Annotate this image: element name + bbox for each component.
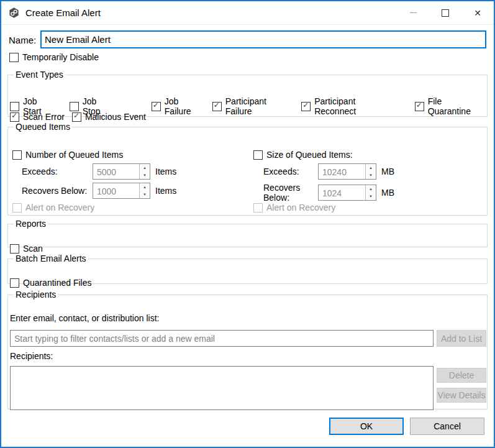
size-exceeds-label: Exceeds: [263, 167, 318, 176]
count-recovers-label: Recovers Below: [22, 186, 93, 196]
count-exceeds-unit: Items [155, 167, 176, 176]
spinner-buttons: ▲▼ [139, 183, 150, 198]
size-exceeds-unit: MB [381, 167, 394, 176]
queued-items-group: Queued Items Number of Queued Items Exce… [7, 122, 488, 216]
scan-error-checkbox[interactable]: Scan Error [10, 112, 65, 122]
count-recovers-unit: Items [155, 186, 176, 196]
checkbox-icon[interactable] [10, 102, 19, 111]
recipient-entry-label: Enter email, contact, or distribution li… [10, 313, 159, 323]
checkbox-icon [253, 203, 263, 213]
size-exceeds-spinner: 10240 ▲▼ [318, 163, 376, 180]
event-types-title: Event Types [14, 70, 65, 80]
batch-email-alerts-group: Batch Email Alerts Quarantined Files [7, 254, 488, 284]
maximize-icon [442, 9, 449, 17]
batch-email-alerts-title: Batch Email Alerts [14, 254, 88, 263]
app-icon [8, 7, 20, 19]
create-email-alert-dialog: Create Email Alert ✕ Name: Temporarily D… [0, 0, 495, 448]
title-bar: Create Email Alert ✕ [1, 1, 494, 25]
spinner-down-icon: ▼ [140, 191, 150, 198]
size-alert-on-recovery-checkbox: Alert on Recovery [253, 203, 335, 213]
reports-group: Reports Scan [7, 219, 488, 247]
number-of-queued-items-checkbox[interactable]: Number of Queued Items [12, 150, 123, 160]
checkbox-icon[interactable] [9, 53, 19, 62]
size-recovers-unit: MB [381, 188, 394, 198]
add-to-list-button: Add to List [437, 330, 486, 347]
close-icon: ✕ [474, 9, 481, 17]
recipients-title: Recipients [14, 290, 58, 299]
job-failure-checkbox[interactable]: Job Failure [152, 96, 207, 116]
temporarily-disable-checkbox[interactable]: Temporarily Disable [9, 52, 99, 62]
size-recovers-spinner: 1024 ▲▼ [318, 185, 376, 201]
participant-failure-checkbox[interactable]: Participant Failure [212, 96, 295, 116]
checkbox-icon[interactable] [152, 102, 161, 111]
file-quarantine-checkbox[interactable]: File Quarantine [415, 96, 487, 116]
recipients-listbox[interactable] [10, 366, 434, 410]
file-quarantine-label: File Quarantine [428, 96, 487, 116]
minimize-icon [410, 12, 417, 13]
quarantined-files-label: Quarantined Files [23, 278, 92, 288]
name-input[interactable] [40, 30, 486, 48]
window-controls: ✕ [397, 1, 494, 24]
participant-reconnect-checkbox[interactable]: Participant Reconnect [301, 96, 399, 116]
checkbox-icon [12, 203, 22, 213]
spinner-buttons: ▲▼ [365, 164, 376, 179]
checkbox-icon[interactable] [415, 102, 424, 111]
quarantined-files-checkbox[interactable]: Quarantined Files [10, 278, 92, 288]
spinner-up-icon: ▲ [366, 185, 376, 193]
recipients-group: Recipients Enter email, contact, or dist… [7, 290, 488, 409]
cancel-button[interactable]: Cancel [410, 418, 484, 435]
checkbox-icon[interactable] [253, 150, 263, 160]
malicious-event-checkbox[interactable]: Malicious Event [72, 112, 146, 122]
size-of-queued-items-checkbox[interactable]: Size of Queued Items: [253, 150, 353, 160]
spinner-up-icon: ▲ [140, 183, 150, 191]
number-of-queued-items-label: Number of Queued Items [25, 150, 123, 160]
scan-checkbox[interactable]: Scan [10, 244, 43, 254]
delete-button: Delete [437, 368, 486, 383]
checkbox-icon[interactable] [301, 102, 311, 111]
checkbox-icon[interactable] [10, 244, 19, 254]
size-recovers-row: Recovers Below: 1024 ▲▼ MB [263, 183, 394, 203]
recipient-entry-input[interactable] [10, 330, 434, 347]
spinner-down-icon: ▼ [366, 193, 376, 200]
name-label: Name: [9, 35, 36, 45]
minimize-button[interactable] [397, 1, 429, 24]
queued-items-title: Queued Items [14, 122, 72, 132]
count-exceeds-spinner: 5000 ▲▼ [93, 163, 150, 180]
spinner-up-icon: ▲ [366, 164, 376, 171]
reports-title: Reports [14, 219, 48, 229]
close-button[interactable]: ✕ [461, 1, 494, 24]
scan-label: Scan [23, 244, 43, 254]
count-recovers-spinner: 1000 ▲▼ [93, 183, 150, 199]
temporarily-disable-label: Temporarily Disable [22, 52, 99, 62]
count-alert-on-recovery-checkbox: Alert on Recovery [12, 203, 94, 213]
count-exceeds-row: Exceeds: 5000 ▲▼ Items [22, 163, 176, 180]
spinner-buttons: ▲▼ [139, 164, 150, 179]
size-alert-on-recovery-label: Alert on Recovery [266, 203, 335, 213]
event-types-row-2: Scan Error Malicious Event [10, 112, 146, 122]
ok-button[interactable]: OK [329, 418, 404, 435]
count-recovers-row: Recovers Below: 1000 ▲▼ Items [22, 183, 176, 199]
spinner-up-icon: ▲ [140, 164, 150, 171]
maximize-button[interactable] [429, 1, 461, 24]
checkbox-icon[interactable] [70, 102, 79, 111]
view-details-button: View Details [437, 388, 486, 403]
count-exceeds-label: Exceeds: [22, 167, 93, 176]
checkbox-icon[interactable] [72, 112, 81, 122]
window-title: Create Email Alert [25, 7, 101, 18]
checkbox-icon[interactable] [212, 102, 222, 111]
size-exceeds-row: Exceeds: 10240 ▲▼ MB [263, 163, 394, 180]
checkbox-icon[interactable] [10, 112, 19, 122]
checkbox-icon[interactable] [12, 150, 22, 160]
spinner-down-icon: ▼ [140, 171, 150, 179]
job-failure-label: Job Failure [165, 96, 207, 116]
count-alert-on-recovery-label: Alert on Recovery [25, 203, 94, 213]
participant-reconnect-label: Participant Reconnect [314, 96, 399, 116]
count-exceeds-value: 5000 [93, 164, 139, 179]
event-types-group: Event Types Job Start Job Stop Job Failu… [7, 70, 488, 117]
scan-error-label: Scan Error [23, 112, 65, 122]
count-recovers-value: 1000 [93, 183, 139, 198]
spinner-buttons: ▲▼ [365, 185, 376, 200]
size-of-queued-items-label: Size of Queued Items: [266, 150, 353, 160]
checkbox-icon[interactable] [10, 278, 19, 288]
spinner-down-icon: ▼ [366, 171, 376, 179]
